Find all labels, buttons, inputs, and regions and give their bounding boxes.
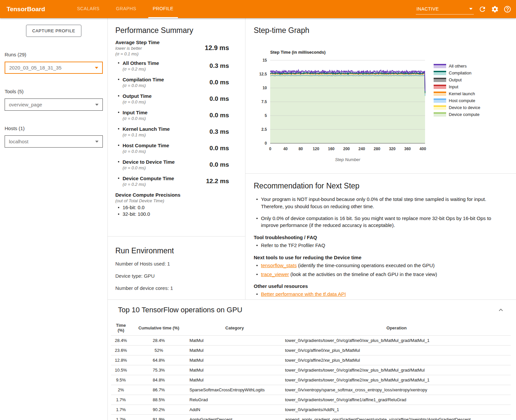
cell-time: 1.7% (111, 405, 131, 415)
legend-swatch-icon (434, 98, 446, 103)
cell-operation: tower_0/v/cg/affine0/xw_plus_b/MatMul (282, 346, 511, 355)
next-tool-item: tensorflow_stats (identify the time-cons… (254, 262, 493, 269)
tool-link-desc: (identify the time-consuming operations … (297, 263, 435, 268)
bullet-icon (256, 218, 258, 219)
run-environment-line: Device type: GPU (115, 273, 239, 279)
metric-value: 0.3 ms (196, 62, 229, 70)
metric-label: Device to Device Time (123, 159, 196, 165)
hosts-select[interactable]: localhost (5, 135, 103, 148)
runs-select[interactable]: 2020_03_05_18_31_35 (5, 62, 103, 74)
bullet-icon (118, 62, 119, 64)
cell-category: MatMul (187, 346, 282, 355)
cell-cumulative: 90.2% (131, 405, 187, 415)
nav-tab[interactable]: PROFILE (148, 0, 178, 18)
svg-text:200: 200 (343, 147, 350, 151)
cell-operation: append_apply_gradient_ops/GradientDescen… (282, 415, 511, 420)
faq-list: Refer to the TF2 Profiler FAQ (254, 242, 493, 249)
legend-swatch-icon (434, 85, 446, 89)
performance-summary-panel: Performance Summary Average Step Time lo… (108, 18, 245, 237)
nav-tab[interactable]: GRAPHS (111, 0, 141, 18)
run-environment-title: Run Environment (115, 246, 239, 255)
overview-left-column: Performance Summary Average Step Time lo… (108, 18, 245, 299)
precision-item: 32-bit: 100.0 (115, 211, 229, 217)
next-tool-item: trace_viewer (look at the activities on … (254, 271, 493, 278)
nav-tab[interactable]: SCALARS (72, 0, 104, 18)
bullet-icon (118, 128, 119, 129)
cell-cumulative: 88.5% (131, 395, 187, 405)
legend-swatch-icon (434, 105, 446, 110)
cell-time: 10.5% (111, 365, 131, 375)
top-ops-rows: 28.4% 28.4% MatMul tower_0/v/gradients/t… (111, 336, 511, 420)
run-environment-list: Number of Hosts used: 1Device type: GPUN… (115, 261, 239, 291)
svg-text:7.5: 7.5 (261, 99, 267, 104)
legend-swatch-icon (434, 78, 446, 82)
cell-category: AddN (187, 405, 282, 415)
perf-summary-item: Kernel Launch Time (σ = 0.1 ms) 0.3 ms (115, 126, 229, 138)
sidebar: CAPTURE PROFILE Runs (29) 2020_03_05_18_… (0, 18, 108, 420)
table-row: 1.7% 91.9% ApplyGradientDescent append_a… (111, 415, 511, 420)
chevron-down-icon (469, 8, 473, 10)
bullet-icon (256, 265, 258, 266)
recommendation-bullet: Your program is NOT input-bound because … (254, 196, 493, 210)
col-category: Category (187, 322, 282, 336)
bullet-icon (118, 207, 119, 208)
step-time-chart[interactable]: Step Time (in milliseconds)02.557.51012.… (254, 48, 432, 167)
gear-icon[interactable] (491, 5, 499, 13)
metric-sigma: (σ = 0.2 ms) (123, 182, 196, 187)
cell-operation: tower_0/v/gradients/AddN_1 (282, 405, 511, 415)
precision-value: 16-bit: 0.0 (123, 204, 145, 211)
bullet-icon (256, 245, 258, 246)
help-icon[interactable] (503, 5, 511, 13)
precision-value: 32-bit: 100.0 (123, 211, 150, 217)
resource-item: Better performance with the tf.data API (254, 291, 493, 298)
resources-heading: Other useful resources (254, 283, 493, 289)
recommendation-bullets: Your program is NOT input-bound because … (254, 196, 493, 229)
top-ops-table: Time (%) Cumulative time (%) Category Op… (111, 322, 511, 420)
tool-link[interactable]: trace_viewer (261, 271, 289, 277)
collapse-icon[interactable] (497, 306, 505, 314)
recommendation-title: Recommendation for Next Step (254, 182, 493, 190)
cell-operation: tower_0/v/gradients/tower_0/v/cg/affine2… (282, 375, 511, 385)
cell-cumulative: 86.7% (131, 385, 187, 395)
bullet-icon (118, 178, 119, 179)
legend-item: Kernel launch (434, 90, 480, 97)
table-header-row: Time (%) Cumulative time (%) Category Op… (111, 322, 511, 336)
cell-cumulative: 52% (131, 346, 187, 355)
svg-text:80: 80 (299, 147, 303, 151)
table-row: 9.5% 84.8% MatMul tower_0/v/gradients/to… (111, 375, 511, 385)
hosts-select-value: localhost (9, 139, 28, 144)
bullet-icon (118, 79, 119, 80)
resources-list: Better performance with the tf.data API (254, 291, 493, 298)
cell-category: MatMul (187, 355, 282, 365)
svg-text:Step Time (in milliseconds): Step Time (in milliseconds) (270, 50, 326, 55)
resource-link[interactable]: Better performance with the tf.data API (261, 291, 346, 297)
svg-text:10: 10 (263, 86, 267, 90)
average-step-time: Average Step Time lower is better (σ = 0… (115, 39, 229, 57)
chevron-down-icon (95, 104, 99, 106)
faq-text: Refer to the TF2 Profiler FAQ (261, 242, 325, 249)
refresh-icon[interactable] (478, 5, 486, 13)
step-time-graph-title: Step-time Graph (254, 26, 516, 35)
next-tools-list: tensorflow_stats (identify the time-cons… (254, 262, 493, 278)
metric-value: 0.3 ms (196, 128, 229, 135)
table-row: 23.6% 52% MatMul tower_0/v/cg/affine0/xw… (111, 346, 511, 355)
metric-sigma: (σ = 0.0 ms) (123, 99, 196, 105)
nav-tabs: SCALARSGRAPHSPROFILE (69, 0, 182, 18)
top-ops-panel: Top 10 TensorFlow operations on GPU Time… (108, 300, 516, 420)
metric-sigma: (σ = 0.0 ms) (123, 83, 196, 88)
recommendation-text: Your program is NOT input-bound because … (261, 196, 493, 210)
svg-text:120: 120 (313, 147, 319, 151)
svg-text:160: 160 (328, 147, 334, 151)
tools-select[interactable]: overview_page (5, 98, 103, 111)
recommendation-text: Only 0.0% of device computation is 16 bi… (261, 215, 493, 229)
cell-operation: tower_0/v/gradients/tower_0/v/cg/affine2… (282, 365, 511, 375)
tool-link[interactable]: tensorflow_stats (261, 263, 297, 268)
overview-right-column: Step-time Graph Step Time (in millisecon… (245, 18, 516, 299)
legend-label: All others (449, 64, 467, 69)
capture-profile-button[interactable]: CAPTURE PROFILE (26, 25, 81, 37)
perf-summary-item: Host Compute Time (σ = 0.0 ms) 0.0 ms (115, 142, 229, 154)
perf-summary-item: Output Time (σ = 0.0 ms) 0.0 ms (115, 93, 229, 105)
status-select[interactable]: INACTIVE (416, 6, 474, 14)
app-logo: TensorBoard (7, 6, 45, 13)
metric-value: 0.0 ms (196, 79, 229, 86)
